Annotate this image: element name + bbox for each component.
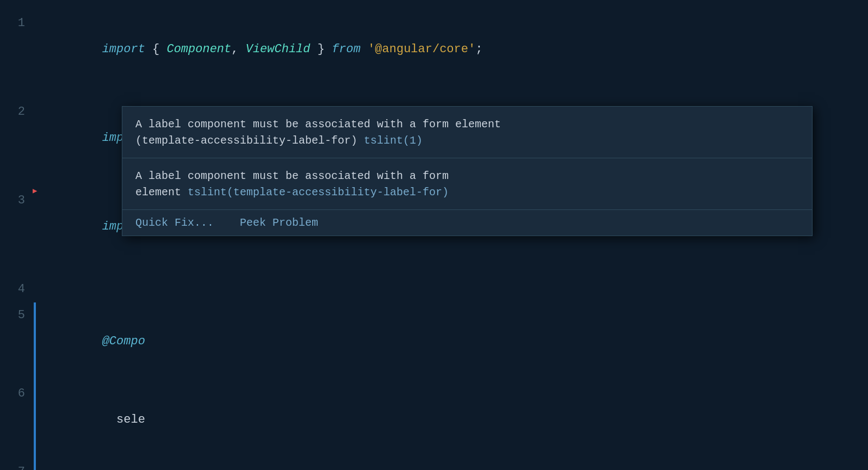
tooltip-actions: Quick Fix... Peek Problem xyxy=(122,210,812,236)
tooltip-text-2: A label component must be associated wit… xyxy=(135,170,449,199)
line-content-5: @Compo xyxy=(36,302,868,381)
code-line-7: 7 temp xyxy=(0,459,868,470)
code-line-1: 1 import { Component, ViewChild } from '… xyxy=(0,0,868,89)
classname-viewchild: ViewChild xyxy=(246,42,311,56)
tslint-ref-1: tslint(1) xyxy=(364,134,423,147)
line-content-6: sele xyxy=(36,381,868,459)
line-number-4: 4 xyxy=(0,276,34,302)
line-number-6: 6 xyxy=(0,381,34,407)
line-content-7: temp xyxy=(36,459,868,470)
code-line-6: 6 sele xyxy=(0,381,868,459)
line-content-4 xyxy=(36,276,868,302)
line-content-1: import { Component, ViewChild } from '@a… xyxy=(36,10,868,89)
classname-component: Component xyxy=(166,42,231,56)
peek-problem-button[interactable]: Peek Problem xyxy=(240,217,318,229)
punct: { xyxy=(145,42,167,56)
tooltip-message-2: A label component must be associated wit… xyxy=(122,158,812,210)
line-number-3: 3 xyxy=(0,188,34,214)
tooltip-text-1: A label component must be associated wit… xyxy=(135,118,501,147)
line-number-1: 1 xyxy=(0,10,34,36)
line-gutter-3: ▶ xyxy=(34,177,36,203)
code-line-5: 5 @Compo xyxy=(0,302,868,381)
line-number-2: 2 xyxy=(0,99,34,125)
editor-container: 1 import { Component, ViewChild } from '… xyxy=(0,0,868,470)
tslint-ref-2: tslint(template-accessibility-label-for) xyxy=(188,186,449,199)
line-number-5: 5 xyxy=(0,302,34,329)
quick-fix-button[interactable]: Quick Fix... xyxy=(135,217,214,229)
red-arrow-icon: ▶ xyxy=(33,186,37,195)
code-line-4: 4 xyxy=(0,266,868,302)
line-number-7: 7 xyxy=(0,459,34,470)
keyword-import: import xyxy=(102,42,145,56)
code-area: 1 import { Component, ViewChild } from '… xyxy=(0,0,868,470)
string-angular-core: '@angular/core' xyxy=(368,42,475,56)
keyword-from-1: from xyxy=(332,42,361,56)
tooltip-box: A label component must be associated wit… xyxy=(122,106,813,236)
decorator-compo: @Compo xyxy=(102,335,145,348)
tooltip-message-1: A label component must be associated wit… xyxy=(122,107,812,158)
